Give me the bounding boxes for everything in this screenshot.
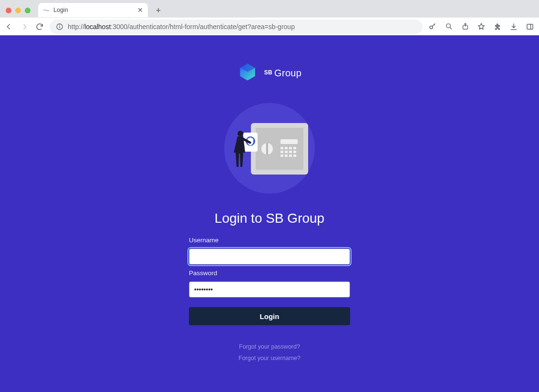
window-controls	[6, 8, 34, 17]
svg-rect-18	[289, 147, 292, 149]
brand-text: SBGroup	[264, 68, 301, 79]
forgot-password-link[interactable]: Forgot your password?	[239, 343, 300, 350]
helper-links: Forgot your password? Forgot your userna…	[238, 343, 301, 361]
brand-sb: SB	[264, 69, 272, 76]
svg-point-4	[446, 24, 450, 28]
url-host: localhost	[84, 23, 111, 31]
extensions-icon[interactable]	[493, 22, 502, 31]
brand-group: Group	[274, 68, 301, 78]
site-info-icon[interactable]	[55, 22, 64, 31]
browser-chrome: Login ✕ + http://localhost:3000/authenti…	[0, 0, 539, 35]
svg-rect-14	[266, 143, 268, 155]
svg-rect-27	[293, 155, 296, 157]
svg-rect-16	[280, 147, 283, 149]
panel-icon[interactable]	[526, 22, 534, 31]
password-input[interactable]	[189, 281, 350, 298]
svg-rect-24	[280, 155, 283, 157]
password-label: Password	[189, 269, 350, 277]
svg-rect-21	[285, 151, 288, 153]
svg-line-5	[450, 28, 452, 30]
svg-rect-20	[280, 151, 283, 153]
login-form: Username Password Login	[189, 237, 350, 325]
login-button[interactable]: Login	[189, 307, 350, 325]
reload-icon[interactable]	[35, 22, 44, 31]
svg-rect-15	[280, 139, 298, 144]
new-tab-button[interactable]: +	[152, 4, 165, 17]
forward-icon[interactable]	[20, 22, 29, 31]
browser-toolbar: http://localhost:3000/authenticator/html…	[0, 17, 539, 35]
svg-point-30	[238, 131, 243, 136]
tab-title: Login	[53, 7, 134, 13]
url-prefix: http://	[68, 23, 84, 31]
svg-rect-25	[285, 155, 288, 157]
back-icon[interactable]	[5, 22, 13, 31]
window-close-icon[interactable]	[6, 8, 11, 13]
address-bar[interactable]: http://localhost:3000/authenticator/html…	[50, 20, 423, 34]
url-text: http://localhost:3000/authenticator/html…	[68, 23, 295, 31]
brand: SBGroup	[238, 62, 301, 84]
svg-rect-17	[285, 147, 288, 149]
username-label: Username	[189, 237, 350, 244]
tab-close-icon[interactable]: ✕	[137, 6, 143, 14]
tab-strip: Login ✕ +	[0, 0, 539, 17]
bookmark-star-icon[interactable]	[477, 22, 486, 31]
svg-rect-19	[293, 147, 296, 149]
username-input[interactable]	[189, 248, 350, 265]
window-minimize-icon[interactable]	[15, 8, 21, 13]
svg-point-2	[59, 24, 60, 25]
page-heading: Login to SB Group	[215, 211, 324, 226]
svg-rect-23	[293, 151, 296, 153]
tab-favicon-icon	[43, 7, 50, 13]
key-icon[interactable]	[428, 22, 437, 31]
svg-point-3	[430, 26, 433, 29]
page-body: SBGroup Login to SB Group Username P	[0, 35, 539, 392]
share-icon[interactable]	[461, 22, 469, 31]
download-icon[interactable]	[509, 22, 518, 31]
hero-illustration	[224, 103, 315, 194]
svg-rect-7	[527, 24, 533, 29]
brand-logo-icon	[238, 62, 258, 84]
search-icon[interactable]	[445, 22, 453, 31]
svg-rect-22	[289, 151, 292, 153]
forgot-username-link[interactable]: Forgot your username?	[238, 355, 301, 361]
url-path: :3000/authenticator/html-form/authentica…	[111, 23, 295, 31]
window-maximize-icon[interactable]	[25, 8, 31, 13]
browser-tab[interactable]: Login ✕	[38, 3, 148, 17]
svg-rect-26	[289, 155, 292, 157]
